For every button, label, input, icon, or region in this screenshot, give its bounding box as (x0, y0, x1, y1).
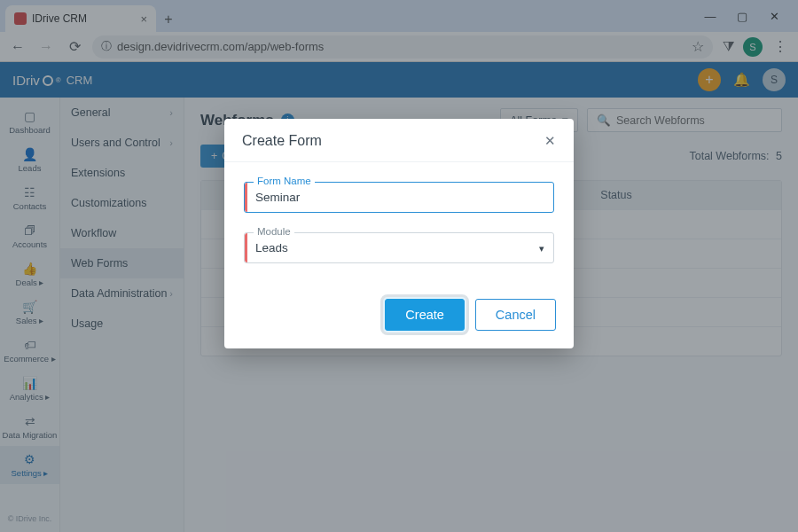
module-label: Module (254, 226, 294, 237)
form-name-input[interactable] (245, 183, 553, 212)
form-name-field[interactable]: Form Name (244, 182, 554, 213)
modal-overlay[interactable]: Create Form ✕ Form Name Module Leads ▾ C… (0, 0, 798, 532)
modal-title: Create Form (242, 133, 322, 149)
create-button[interactable]: Create (385, 299, 465, 331)
required-indicator (245, 183, 247, 212)
close-icon[interactable]: ✕ (544, 133, 556, 149)
required-indicator (245, 233, 247, 262)
create-form-modal: Create Form ✕ Form Name Module Leads ▾ C… (224, 119, 574, 348)
module-value: Leads (245, 233, 553, 262)
cancel-button[interactable]: Cancel (475, 299, 556, 331)
module-field[interactable]: Module Leads ▾ (244, 232, 554, 263)
form-name-label: Form Name (254, 176, 315, 186)
